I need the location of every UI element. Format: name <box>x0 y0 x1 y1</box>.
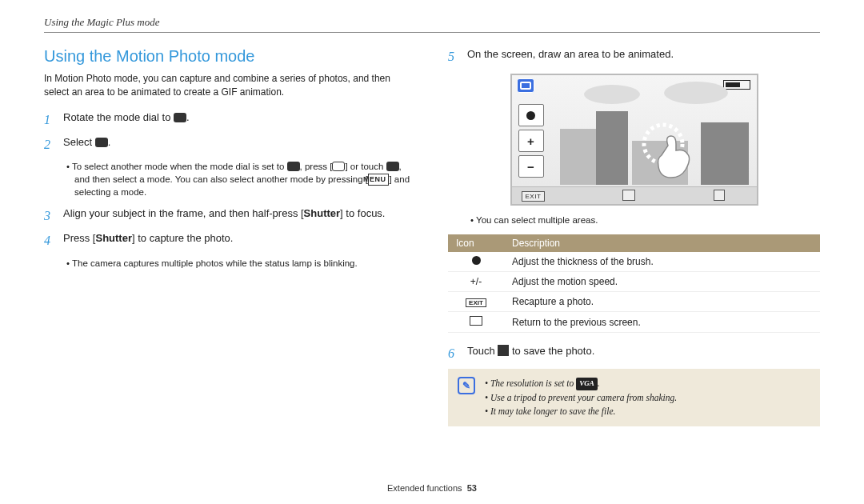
step-5-sub: You can select multiple areas. <box>470 214 820 226</box>
back-button-icon <box>332 162 345 171</box>
return-icon <box>622 190 635 201</box>
table-row: EXIT Recapture a photo. <box>448 292 820 312</box>
step-number: 6 <box>448 344 459 362</box>
intro-text: In Motion Photo mode, you can capture an… <box>44 72 416 99</box>
step-5: 5 On the screen, draw an area to be anim… <box>448 47 820 66</box>
breadcrumb: Using the Magic Plus mode <box>44 16 820 29</box>
step-number: 3 <box>44 206 55 225</box>
note-bullet: The resolution is set to VGA. <box>485 377 677 390</box>
mode-dial-icon <box>287 162 300 171</box>
step-number: 5 <box>448 47 459 66</box>
th-desc: Description <box>504 234 820 252</box>
step-2-text: Select <box>63 136 95 148</box>
mode-indicator-icon <box>517 78 534 93</box>
speed-minus-button: − <box>518 155 544 178</box>
exit-button-icon: EXIT <box>522 191 546 202</box>
icon-description-table: Icon Description Adjust the thickness of… <box>448 234 820 333</box>
table-row: Adjust the thickness of the brush. <box>448 252 820 272</box>
step-2-sub: To select another mode when the mode dia… <box>66 160 416 198</box>
left-column: Using the Motion Photo mode In Motion Ph… <box>44 47 416 426</box>
right-column: 5 On the screen, draw an area to be anim… <box>448 47 820 426</box>
th-icon: Icon <box>448 234 504 252</box>
step-2: 2 Select . <box>44 135 416 154</box>
note-bullet: Use a tripod to prevent your camera from… <box>485 391 677 405</box>
note-box: ✎ The resolution is set to VGA. Use a tr… <box>448 369 820 426</box>
step-number: 1 <box>44 110 55 129</box>
step-4: 4 Press [Shutter] to capture the photo. <box>44 231 416 250</box>
plus-minus-icon: +/- <box>448 272 504 292</box>
return-icon <box>470 316 482 326</box>
note-bullet: It may take longer to save the file. <box>485 405 677 418</box>
mode-dial-icon <box>174 113 186 122</box>
section-title: Using the Motion Photo mode <box>44 47 416 66</box>
step-4-sub: The camera captures multiple photos whil… <box>66 257 416 270</box>
brush-icon <box>472 256 481 265</box>
header-rule <box>44 32 820 33</box>
page-footer: Extended functions 53 <box>0 483 864 493</box>
hand-gesture-icon <box>641 122 705 188</box>
step-6: 6 Touch to save the photo. <box>448 344 820 362</box>
step-3: 3 Align your subject in the frame, and t… <box>44 206 416 225</box>
motion-mode-icon <box>95 138 108 147</box>
step-1: 1 Rotate the mode dial to . <box>44 110 416 129</box>
menu-button-icon: MENU <box>368 174 390 186</box>
mode-touch-icon <box>386 162 399 171</box>
step-1-text: Rotate the mode dial to <box>63 111 174 123</box>
save-icon <box>498 345 509 356</box>
note-icon: ✎ <box>458 377 475 394</box>
save-icon <box>714 190 725 201</box>
speed-plus-button: + <box>518 130 544 152</box>
exit-icon: EXIT <box>466 298 486 307</box>
step-number: 4 <box>44 231 55 250</box>
screen-illustration: + − EXIT <box>510 74 758 206</box>
step-number: 2 <box>44 135 55 154</box>
brush-thickness-button <box>518 104 544 126</box>
vga-chip-icon: VGA <box>576 378 598 390</box>
table-row: Return to the previous screen. <box>448 312 820 333</box>
table-row: +/- Adjust the motion speed. <box>448 272 820 292</box>
illus-sidebar: + − <box>518 104 544 178</box>
